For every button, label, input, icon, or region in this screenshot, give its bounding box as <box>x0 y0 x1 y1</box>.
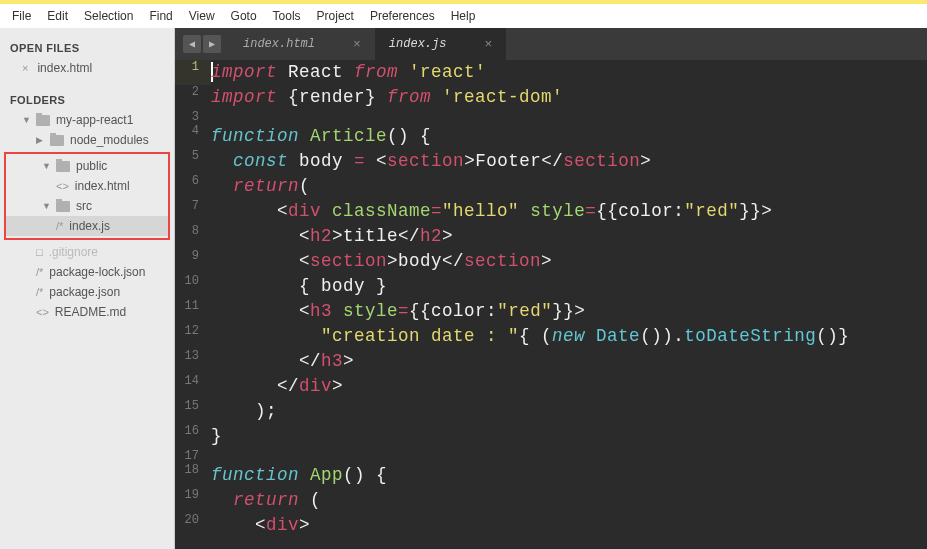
code-line[interactable]: 18function App() { <box>175 463 927 488</box>
file-name: index.js <box>69 219 110 233</box>
code-line[interactable]: 4function Article() { <box>175 124 927 149</box>
file-item[interactable]: <>README.md <box>0 302 174 322</box>
file-item-active[interactable]: /* index.js <box>6 216 168 236</box>
tab-label: index.js <box>389 37 447 51</box>
file-item[interactable]: /*package-lock.json <box>0 262 174 282</box>
close-icon[interactable]: × <box>22 62 28 74</box>
file-icon: /* <box>36 286 43 298</box>
code-line[interactable]: 19 return ( <box>175 488 927 513</box>
folder-src[interactable]: ▼ src <box>6 196 168 216</box>
file-icon: □ <box>36 246 43 258</box>
code-line[interactable]: 13 </h3> <box>175 349 927 374</box>
file-item[interactable]: <> index.html <box>6 176 168 196</box>
file-item[interactable]: /*package.json <box>0 282 174 302</box>
code-line[interactable]: 7 <div className="hello" style={{color:"… <box>175 199 927 224</box>
code-line[interactable]: 17 <box>175 449 927 463</box>
line-number: 7 <box>175 199 211 224</box>
menu-item-preferences[interactable]: Preferences <box>362 5 443 27</box>
tab-label: index.html <box>243 37 315 51</box>
code-line[interactable]: 11 <h3 style={{color:"red"}}> <box>175 299 927 324</box>
folder-icon <box>56 161 70 172</box>
nav-back-button[interactable]: ◀ <box>183 35 201 53</box>
code-content: <h3 style={{color:"red"}}> <box>211 299 927 324</box>
code-content: function Article() { <box>211 124 927 149</box>
line-number: 17 <box>175 449 211 463</box>
file-name: index.html <box>75 179 130 193</box>
code-content: } <box>211 424 927 449</box>
html-icon: <> <box>56 180 69 192</box>
main-area: OPEN FILES × index.html FOLDERS ▼ my-app… <box>0 28 927 549</box>
code-content <box>211 449 927 463</box>
code-line[interactable]: 9 <section>body</section> <box>175 249 927 274</box>
code-content: <h2>title</h2> <box>211 224 927 249</box>
code-content: import React from 'react' <box>211 60 927 85</box>
menu-item-help[interactable]: Help <box>443 5 484 27</box>
file-name: package.json <box>49 285 120 299</box>
code-line[interactable]: 12 "creation date : "{ (new Date()).toDa… <box>175 324 927 349</box>
menu-item-goto[interactable]: Goto <box>223 5 265 27</box>
line-number: 18 <box>175 463 211 488</box>
line-number: 13 <box>175 349 211 374</box>
folder-icon <box>36 115 50 126</box>
code-line[interactable]: 14 </div> <box>175 374 927 399</box>
code-line[interactable]: 1import React from 'react' <box>175 60 927 85</box>
chevron-right-icon: ▶ <box>36 135 44 145</box>
menu-item-edit[interactable]: Edit <box>39 5 76 27</box>
folder-icon <box>56 201 70 212</box>
folder-name: src <box>76 199 92 213</box>
code-line[interactable]: 15 ); <box>175 399 927 424</box>
close-icon[interactable]: × <box>484 37 492 52</box>
file-item[interactable]: □.gitignore <box>0 242 174 262</box>
code-content: </div> <box>211 374 927 399</box>
line-number: 9 <box>175 249 211 274</box>
tab-active[interactable]: index.js × <box>375 28 506 60</box>
code-area[interactable]: 1import React from 'react'2import {rende… <box>175 60 927 549</box>
code-content: return( <box>211 174 927 199</box>
open-files-heading: OPEN FILES <box>0 36 174 58</box>
code-content: function App() { <box>211 463 927 488</box>
line-number: 2 <box>175 85 211 110</box>
folder-public[interactable]: ▼ public <box>6 156 168 176</box>
line-number: 3 <box>175 110 211 124</box>
chevron-down-icon: ▼ <box>22 115 30 125</box>
code-line[interactable]: 3 <box>175 110 927 124</box>
highlight-annotation: ▼ public <> index.html ▼ src /* index.js <box>4 152 170 240</box>
line-number: 19 <box>175 488 211 513</box>
code-line[interactable]: 2import {render} from 'react-dom' <box>175 85 927 110</box>
folder-root[interactable]: ▼ my-app-react1 <box>0 110 174 130</box>
menu-item-project[interactable]: Project <box>309 5 362 27</box>
code-line[interactable]: 16} <box>175 424 927 449</box>
nav-forward-button[interactable]: ▶ <box>203 35 221 53</box>
code-content: return ( <box>211 488 927 513</box>
close-icon[interactable]: × <box>353 37 361 52</box>
line-number: 20 <box>175 513 211 538</box>
open-file-item[interactable]: × index.html <box>0 58 174 78</box>
menu-item-selection[interactable]: Selection <box>76 5 141 27</box>
code-line[interactable]: 10 { body } <box>175 274 927 299</box>
js-icon: /* <box>56 220 63 232</box>
menu-item-tools[interactable]: Tools <box>265 5 309 27</box>
line-number: 15 <box>175 399 211 424</box>
code-content: <div className="hello" style={{color:"re… <box>211 199 927 224</box>
menu-item-file[interactable]: File <box>4 5 39 27</box>
folder-name: public <box>76 159 107 173</box>
folder-icon <box>50 135 64 146</box>
code-content: "creation date : "{ (new Date()).toDateS… <box>211 324 927 349</box>
menubar: FileEditSelectionFindViewGotoToolsProjec… <box>0 4 927 28</box>
code-line[interactable]: 20 <div> <box>175 513 927 538</box>
line-number: 4 <box>175 124 211 149</box>
line-number: 12 <box>175 324 211 349</box>
code-line[interactable]: 5 const body = <section>Footer</section> <box>175 149 927 174</box>
editor-pane: ◀ ▶ index.html × index.js × 1import Reac… <box>175 28 927 549</box>
folder-node-modules[interactable]: ▶ node_modules <box>0 130 174 150</box>
menu-item-view[interactable]: View <box>181 5 223 27</box>
chevron-down-icon: ▼ <box>42 161 50 171</box>
code-content: <div> <box>211 513 927 538</box>
code-line[interactable]: 8 <h2>title</h2> <box>175 224 927 249</box>
code-line[interactable]: 6 return( <box>175 174 927 199</box>
code-content: const body = <section>Footer</section> <box>211 149 927 174</box>
folder-name: node_modules <box>70 133 149 147</box>
menu-item-find[interactable]: Find <box>141 5 180 27</box>
line-number: 5 <box>175 149 211 174</box>
tab-inactive[interactable]: index.html × <box>229 28 375 60</box>
